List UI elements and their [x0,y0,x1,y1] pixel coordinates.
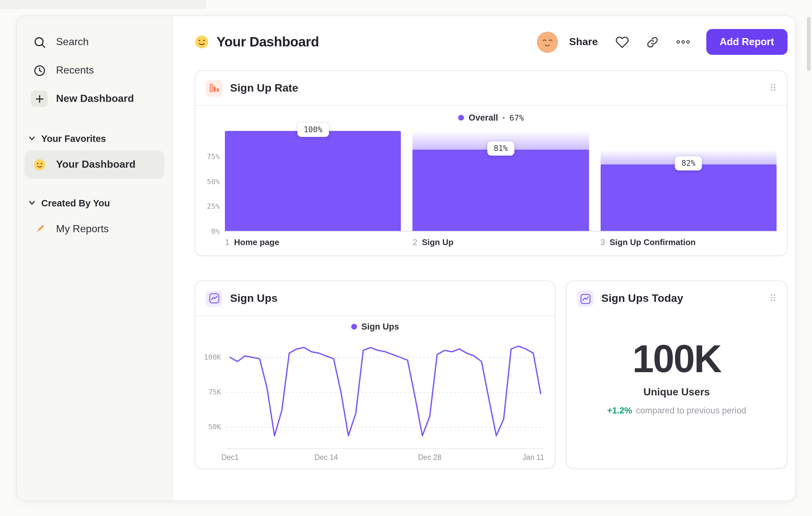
sidebar-item-label: Search [56,36,89,48]
link-icon [646,36,658,48]
sidebar-item-new-dashboard[interactable]: New Dashboard [25,84,164,113]
section-header-label: Created By You [41,198,110,208]
funnel-bar-fill [225,131,401,231]
funnel-bar-3[interactable]: 82% [600,132,777,231]
funnel-bar-1[interactable]: 100% [225,132,401,231]
card-header: Sign Ups [195,281,555,316]
chevron-down-icon [28,198,35,208]
page-title: Your Dashboard [216,34,319,50]
funnel-bar-2[interactable]: 81% [413,132,589,231]
sidebar-item-label: Your Dashboard [56,159,136,170]
funnel-chart-icon [206,80,222,97]
legend-value: 67% [510,113,524,122]
conversion-chip: 100% [297,123,329,137]
app-window: Search Recents New Dashboard [16,16,796,501]
report-card-sign-up-rate: Sign Up Rate ⠿ Overall • 67% 75%50%25%0%… [195,70,787,256]
smiley-icon [195,35,209,49]
delta-value: +1.2% [607,406,632,415]
legend-color-dot [458,114,464,120]
card-title: Sign Ups [230,292,278,305]
metric-label: Unique Users [567,386,787,398]
legend-label: Overall [468,113,498,122]
sign-ups-series-line [230,346,541,436]
main-content: Your Dashboard Share [173,16,795,500]
drag-handle-icon[interactable]: ⠿ [770,82,777,94]
funnel-bar-fill [600,164,777,231]
report-card-sign-ups-today: Sign Ups Today ⠿ 100K Unique Users +1.2%… [566,280,787,469]
sidebar-item-my-reports[interactable]: My Reports [25,215,164,243]
y-axis-tick: 75K [208,388,221,396]
y-axis-tick: 25% [207,202,220,211]
funnel-step-label: 1Home page [225,237,401,247]
y-axis-tick: 75% [207,153,220,161]
sidebar-item-label: My Reports [56,223,109,235]
conversion-chip: 82% [675,156,702,171]
y-axis-tick: 0% [211,227,220,236]
line-legend[interactable]: Sign Ups [195,316,555,337]
delta-note: compared to previous period [636,406,746,415]
legend-color-dot [351,323,357,329]
funnel-chart: 75%50%25%0% 100%81%82% 1Home page2Sign U… [195,129,787,247]
pencil-icon [31,221,48,237]
sidebar: Search Recents New Dashboard [17,16,173,500]
sidebar-item-search[interactable]: Search [25,28,164,56]
favorites-section-header[interactable]: Your Favorites [25,130,164,148]
chevron-down-icon [28,134,35,144]
report-card-sign-ups: Sign Ups Sign Ups 100K75K50K Dec1Dec 14D… [195,280,555,469]
clock-icon [31,62,48,79]
funnel-bar-fill [413,150,589,231]
metric-delta: +1.2% compared to previous period [567,406,787,415]
legend-label: Sign Ups [361,322,399,331]
smiley-icon [31,156,48,173]
drag-handle-icon[interactable]: ⠿ [770,293,777,304]
sidebar-item-label: New Dashboard [56,93,134,105]
card-header: Sign Up Rate ⠿ [195,71,787,106]
add-report-button[interactable]: Add Report [706,29,787,55]
y-axis-tick: 50% [207,178,220,186]
line-plot-area[interactable] [226,341,545,449]
sidebar-item-your-dashboard[interactable]: Your Dashboard [25,150,164,179]
x-axis-tick: Dec1 [221,454,239,461]
search-icon [31,33,48,50]
copy-link-button[interactable] [646,36,658,48]
metric-value: 100K [567,337,787,381]
line-y-axis: 100K75K50K [203,341,226,449]
more-options-button[interactable] [676,39,690,45]
ellipsis-icon [676,39,690,45]
plus-icon [31,90,48,107]
line-chart-icon [577,290,593,307]
x-axis-tick: Jan 11 [522,454,544,461]
funnel-step-label: 2Sign Up [413,237,589,247]
y-axis-tick: 50K [208,423,221,432]
window-edge-artifact [0,0,206,9]
card-title: Sign Ups Today [601,292,683,305]
page: Search Recents New Dashboard [0,0,812,516]
dashboard-header: Your Dashboard Share [195,28,787,56]
funnel-x-axis-labels: 1Home page2Sign Up3Sign Up Confirmation [225,232,777,247]
card-title: Sign Up Rate [230,82,298,94]
line-chart-icon [206,290,222,307]
funnel-legend[interactable]: Overall • 67% [195,106,787,129]
card-header: Sign Ups Today ⠿ [567,281,787,316]
section-header-label: Your Favorites [41,134,106,144]
line-chart: 100K75K50K [195,337,555,449]
funnel-step-label: 3Sign Up Confirmation [600,237,777,247]
sidebar-item-recents[interactable]: Recents [25,56,164,84]
y-axis-tick: 100K [204,353,221,361]
created-by-you-section-header[interactable]: Created By You [25,194,164,212]
user-avatar[interactable] [537,31,558,53]
line-x-axis: Dec1Dec 14Dec 28Jan 11 [226,449,545,466]
sidebar-item-label: Recents [56,64,94,76]
legend-separator: • [503,114,505,121]
favorite-heart-button[interactable] [615,35,629,49]
heart-icon [615,35,629,49]
funnel-y-axis: 75%50%25%0% [203,132,225,232]
scrollbar-thumb[interactable] [807,17,811,71]
funnel-bars-area: 100%81%82% [225,132,777,232]
x-axis-tick: Dec 14 [315,454,338,461]
x-axis-tick: Dec 28 [418,454,441,461]
share-button[interactable]: Share [569,36,598,48]
conversion-chip: 81% [487,142,514,156]
